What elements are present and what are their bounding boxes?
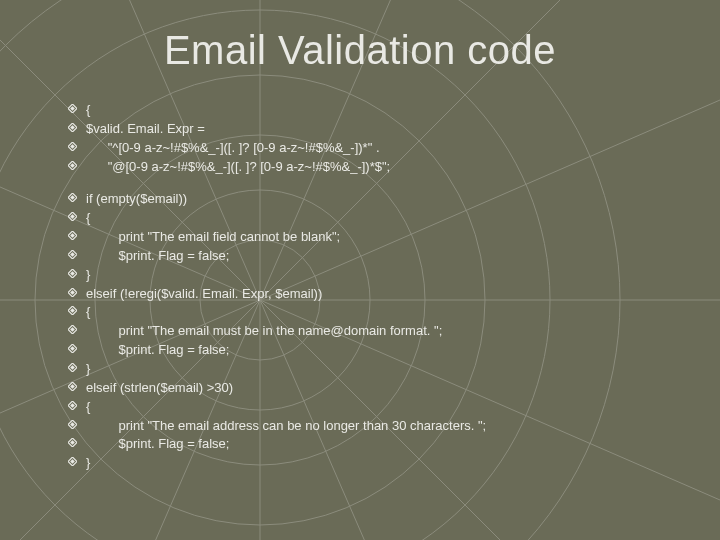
slide-title: Email Validation code [40,28,680,73]
diamond-bullet-icon [68,360,86,372]
code-line-text: if (empty($email)) [86,190,680,209]
code-line: { [68,398,680,417]
code-line: print "The email address can be no longe… [68,417,680,436]
code-line-text: print "The email field cannot be blank"; [86,228,680,247]
diamond-bullet-icon [68,417,86,429]
code-line-text: elseif (strlen($email) >30) [86,379,680,398]
code-line: } [68,266,680,285]
code-line: { [68,101,680,120]
code-line-text: print "The email must be in the name@dom… [86,322,680,341]
svg-marker-47 [70,422,75,427]
diamond-bullet-icon [68,379,86,391]
code-line: "^[0-9 a-z~!#$%&_-]([. ]? [0-9 a-z~!#$%&… [68,139,680,158]
svg-marker-17 [70,125,75,130]
svg-marker-45 [70,403,75,408]
svg-marker-27 [70,233,75,238]
code-line: { [68,209,680,228]
svg-marker-19 [70,144,75,149]
code-line-text: $print. Flag = false; [86,341,680,360]
diamond-bullet-icon [68,266,86,278]
svg-marker-31 [70,271,75,276]
code-line: elseif (strlen($email) >30) [68,379,680,398]
diamond-bullet-icon [68,158,86,170]
svg-marker-29 [70,252,75,257]
code-line-text: { [86,398,680,417]
svg-marker-21 [70,163,75,168]
slide-container: Email Validation code {$valid. Email. Ex… [0,0,720,540]
diamond-bullet-icon [68,303,86,315]
diamond-bullet-icon [68,435,86,447]
diamond-bullet-icon [68,101,86,113]
code-block-2: if (empty($email)){ print "The email fie… [68,190,680,473]
code-line: elseif (!eregi($valid. Email. Expr, $ema… [68,285,680,304]
svg-marker-43 [70,384,75,389]
svg-marker-33 [70,290,75,295]
diamond-bullet-icon [68,398,86,410]
code-line-text: { [86,303,680,322]
code-block-1: {$valid. Email. Expr = "^[0-9 a-z~!#$%&_… [68,101,680,176]
svg-marker-41 [70,365,75,370]
code-line: $print. Flag = false; [68,247,680,266]
code-line-text: } [86,454,680,473]
code-line-text: print "The email address can be no longe… [86,417,680,436]
diamond-bullet-icon [68,285,86,297]
diamond-bullet-icon [68,341,86,353]
code-line: "@[0-9 a-z~!#$%&_-]([. ]? [0-9 a-z~!#$%&… [68,158,680,177]
code-line-text: $print. Flag = false; [86,435,680,454]
svg-marker-39 [70,346,75,351]
code-line-text: $print. Flag = false; [86,247,680,266]
code-line-text: { [86,101,680,120]
diamond-bullet-icon [68,322,86,334]
svg-marker-25 [70,214,75,219]
diamond-bullet-icon [68,209,86,221]
svg-marker-23 [70,196,75,201]
code-line: $valid. Email. Expr = [68,120,680,139]
diamond-bullet-icon [68,120,86,132]
code-line: } [68,454,680,473]
slide-content: {$valid. Email. Expr = "^[0-9 a-z~!#$%&_… [40,101,680,473]
code-line: $print. Flag = false; [68,435,680,454]
diamond-bullet-icon [68,454,86,466]
code-line: { [68,303,680,322]
svg-marker-51 [70,459,75,464]
svg-marker-15 [70,106,75,111]
svg-marker-37 [70,327,75,332]
diamond-bullet-icon [68,228,86,240]
code-line: print "The email must be in the name@dom… [68,322,680,341]
code-line-text: "^[0-9 a-z~!#$%&_-]([. ]? [0-9 a-z~!#$%&… [86,139,680,158]
diamond-bullet-icon [68,190,86,202]
diamond-bullet-icon [68,247,86,259]
code-line: $print. Flag = false; [68,341,680,360]
code-line-text: } [86,360,680,379]
code-line: print "The email field cannot be blank"; [68,228,680,247]
code-line-text: } [86,266,680,285]
svg-marker-49 [70,441,75,446]
code-line-text: $valid. Email. Expr = [86,120,680,139]
code-line-text: elseif (!eregi($valid. Email. Expr, $ema… [86,285,680,304]
code-line: if (empty($email)) [68,190,680,209]
diamond-bullet-icon [68,139,86,151]
code-line-text: { [86,209,680,228]
code-line-text: "@[0-9 a-z~!#$%&_-]([. ]? [0-9 a-z~!#$%&… [86,158,680,177]
code-line: } [68,360,680,379]
svg-marker-35 [70,309,75,314]
